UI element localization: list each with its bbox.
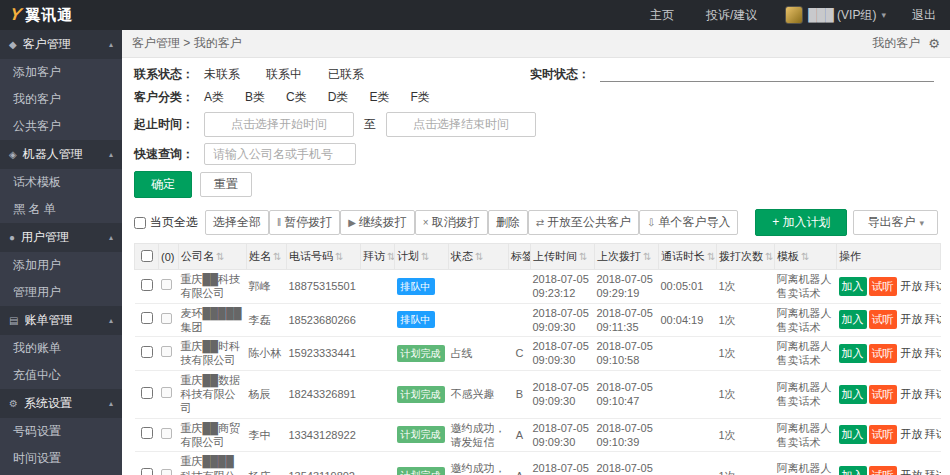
- visit-link[interactable]: 拜访: [925, 388, 941, 400]
- listen-button[interactable]: 试听: [869, 310, 897, 329]
- sidebar-item-3-1[interactable]: 充值中心: [0, 362, 122, 389]
- column-header-1[interactable]: 姓名⇅: [247, 244, 287, 270]
- resume-dial-button[interactable]: ▶继续拨打: [340, 210, 415, 235]
- sort-icon[interactable]: ⇅: [273, 251, 281, 262]
- row-checkbox[interactable]: [141, 279, 153, 291]
- end-time-input[interactable]: 点击选择结束时间: [386, 112, 536, 137]
- row-checkbox[interactable]: [141, 468, 153, 475]
- reset-button[interactable]: 重置: [200, 172, 252, 197]
- open-link[interactable]: 开放: [901, 469, 923, 475]
- sidebar-item-2-0[interactable]: 添加用户: [0, 252, 122, 279]
- join-button[interactable]: 加入: [839, 310, 867, 329]
- open-to-public-button[interactable]: ⇄开放至公共客户: [528, 210, 639, 235]
- realtime-status-field[interactable]: [600, 67, 934, 82]
- visit-link[interactable]: 拜访: [925, 347, 941, 359]
- sidebar-item-0-2[interactable]: 公共客户: [0, 113, 122, 140]
- sidebar-section-0[interactable]: ◆客户管理▴: [0, 30, 122, 59]
- column-header-6[interactable]: 标签⇅: [509, 244, 531, 270]
- join-button[interactable]: 加入: [839, 344, 867, 363]
- sidebar-item-1-1[interactable]: 黑 名 单: [0, 196, 122, 223]
- export-button[interactable]: 导出客户▾: [853, 210, 938, 235]
- select-all-button[interactable]: 选择全部: [205, 210, 269, 235]
- category-option-5[interactable]: F类: [410, 90, 429, 104]
- top-nav-item-1[interactable]: 投诉/建议: [690, 0, 773, 30]
- sort-icon[interactable]: ⇅: [707, 251, 715, 262]
- sidebar-item-0-0[interactable]: 添加客户: [0, 59, 122, 86]
- sidebar-section-1[interactable]: ◈机器人管理▴: [0, 140, 122, 169]
- sidebar-item-2-1[interactable]: 管理用户: [0, 279, 122, 306]
- join-button[interactable]: 加入: [839, 385, 867, 404]
- sidebar-section-4[interactable]: ⚙系统设置▴: [0, 389, 122, 418]
- row-checkbox[interactable]: [141, 427, 153, 439]
- category-option-4[interactable]: E类: [369, 90, 389, 104]
- note-icon[interactable]: [161, 387, 172, 398]
- confirm-button[interactable]: 确定: [134, 171, 192, 198]
- join-button[interactable]: 加入: [839, 425, 867, 444]
- contact-status-option-2[interactable]: 已联系: [328, 67, 364, 81]
- start-time-input[interactable]: 点击选择开始时间: [204, 112, 354, 137]
- pause-dial-button[interactable]: ‖暂停拨打: [269, 210, 340, 235]
- listen-button[interactable]: 试听: [869, 466, 897, 475]
- sort-icon[interactable]: ⇅: [216, 251, 224, 262]
- join-button[interactable]: 加入: [839, 466, 867, 475]
- column-header-4[interactable]: 计划⇅: [395, 244, 449, 270]
- join-button[interactable]: 加入: [839, 277, 867, 296]
- listen-button[interactable]: 试听: [869, 344, 897, 363]
- visit-link[interactable]: 拜访: [925, 313, 941, 325]
- column-header-11[interactable]: 模板⇅: [775, 244, 837, 270]
- open-link[interactable]: 开放: [901, 428, 923, 440]
- logo[interactable]: Y 翼讯通: [0, 5, 122, 25]
- search-input[interactable]: [204, 143, 356, 165]
- column-header-5[interactable]: 状态⇅: [449, 244, 509, 270]
- category-option-1[interactable]: B类: [245, 90, 265, 104]
- note-icon[interactable]: [161, 428, 172, 439]
- note-icon[interactable]: [161, 469, 172, 475]
- category-option-2[interactable]: C类: [286, 90, 307, 104]
- contact-status-option-1[interactable]: 联系中: [266, 67, 302, 81]
- open-link[interactable]: 开放: [901, 347, 923, 359]
- sidebar-section-2[interactable]: ●用户管理▴: [0, 223, 122, 252]
- category-option-3[interactable]: D类: [328, 90, 349, 104]
- tab-my-customers[interactable]: 我的客户: [872, 35, 920, 52]
- listen-button[interactable]: 试听: [869, 385, 897, 404]
- sidebar-item-0-1[interactable]: 我的客户: [0, 86, 122, 113]
- column-header-3[interactable]: 拜访⇅: [361, 244, 395, 270]
- column-header-9[interactable]: 通话时长⇅: [659, 244, 717, 270]
- sort-icon[interactable]: ⇅: [387, 251, 395, 262]
- row-checkbox[interactable]: [141, 387, 153, 399]
- sidebar-item-1-0[interactable]: 话术模板: [0, 169, 122, 196]
- sort-icon[interactable]: ⇅: [421, 251, 429, 262]
- note-icon[interactable]: [161, 313, 172, 324]
- visit-link[interactable]: 拜访: [925, 428, 941, 440]
- row-checkbox[interactable]: [141, 346, 153, 358]
- logout-button[interactable]: 退出: [898, 0, 950, 30]
- column-header-2[interactable]: 电话号码⇅: [287, 244, 361, 270]
- open-link[interactable]: 开放: [901, 313, 923, 325]
- top-nav-item-0[interactable]: 主页: [634, 0, 690, 30]
- row-checkbox[interactable]: [141, 312, 153, 324]
- column-header-10[interactable]: 拨打次数⇅: [717, 244, 775, 270]
- column-header-12[interactable]: 操作: [837, 244, 941, 270]
- sidebar-item-3-0[interactable]: 我的账单: [0, 335, 122, 362]
- category-option-0[interactable]: A类: [204, 90, 224, 104]
- single-import-button[interactable]: ⇩单个客户导入: [639, 210, 738, 235]
- listen-button[interactable]: 试听: [869, 425, 897, 444]
- gear-icon[interactable]: ⚙: [928, 36, 940, 51]
- column-header-0[interactable]: 公司名⇅: [179, 244, 247, 270]
- select-page-toggle[interactable]: 当页全选: [134, 214, 198, 231]
- select-page-checkbox[interactable]: [134, 217, 146, 229]
- add-to-plan-button[interactable]: + 加入计划: [755, 209, 847, 236]
- sort-icon[interactable]: ⇅: [579, 251, 587, 262]
- sort-icon[interactable]: ⇅: [643, 251, 651, 262]
- sort-icon[interactable]: ⇅: [475, 251, 483, 262]
- open-link[interactable]: 开放: [901, 280, 923, 292]
- open-link[interactable]: 开放: [901, 388, 923, 400]
- sidebar-item-4-0[interactable]: 号码设置: [0, 418, 122, 445]
- cancel-dial-button[interactable]: ×取消拨打: [415, 210, 488, 235]
- listen-button[interactable]: 试听: [869, 277, 897, 296]
- sort-icon[interactable]: ⇅: [801, 251, 809, 262]
- select-all-checkbox[interactable]: [141, 250, 153, 262]
- column-header-8[interactable]: 上次拨打⇅: [595, 244, 659, 270]
- note-icon[interactable]: [161, 346, 172, 357]
- sidebar-section-3[interactable]: ▤账单管理▴: [0, 306, 122, 335]
